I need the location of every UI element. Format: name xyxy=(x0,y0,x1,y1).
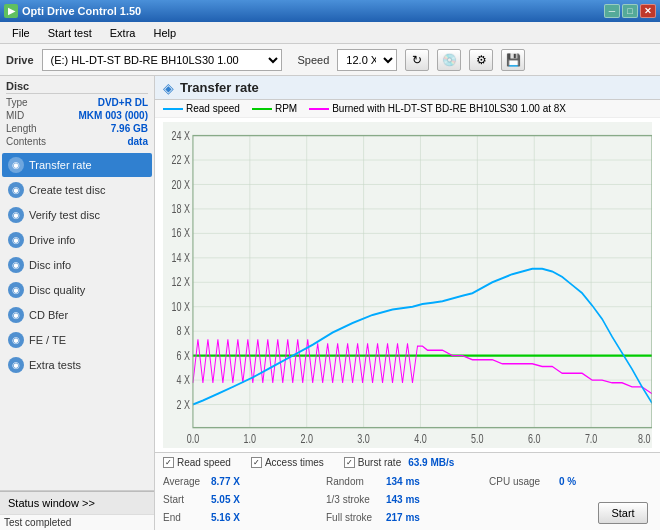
onethird-value: 143 ms xyxy=(386,494,436,505)
svg-text:10 X: 10 X xyxy=(171,299,189,313)
status-window-label: Status window >> xyxy=(8,497,95,509)
nav-extra-tests[interactable]: ◉ Extra tests xyxy=(2,353,152,377)
verify-disc-icon: ◉ xyxy=(8,207,24,223)
menu-help[interactable]: Help xyxy=(145,25,184,41)
stat-cpu: CPU usage 0 % xyxy=(489,472,652,490)
cb-access-times-box[interactable]: ✓ xyxy=(251,457,262,468)
svg-text:3.0: 3.0 xyxy=(357,431,370,445)
stat-end: End 5.16 X xyxy=(163,508,326,526)
disc-mid-row: MID MKM 003 (000) xyxy=(6,109,148,122)
checkboxes-row: ✓ Read speed ✓ Access times ✓ Burst rate… xyxy=(163,457,652,468)
chart-title: Transfer rate xyxy=(180,80,259,95)
random-value: 134 ms xyxy=(386,476,436,487)
stats-col-1: Average 8.77 X Start 5.05 X End 5.16 X xyxy=(163,472,326,526)
disc-type-row: Type DVD+R DL xyxy=(6,96,148,109)
close-button[interactable]: ✕ xyxy=(640,4,656,18)
refresh-button[interactable]: ↻ xyxy=(405,49,429,71)
svg-text:1.0: 1.0 xyxy=(244,431,257,445)
cb-read-speed[interactable]: ✓ Read speed xyxy=(163,457,231,468)
cpu-label: CPU usage xyxy=(489,476,559,487)
nav-cd-bfer[interactable]: ◉ CD Bfer xyxy=(2,303,152,327)
disc-button[interactable]: 💿 xyxy=(437,49,461,71)
cb-burst-rate-box[interactable]: ✓ xyxy=(344,457,355,468)
menu-extra[interactable]: Extra xyxy=(102,25,144,41)
nav-create-test-disc-label: Create test disc xyxy=(29,184,105,196)
svg-text:4.0: 4.0 xyxy=(414,431,427,445)
disc-quality-icon: ◉ xyxy=(8,282,24,298)
legend-rpm-label: RPM xyxy=(275,103,297,114)
svg-text:12 X: 12 X xyxy=(171,275,189,289)
legend-burned-label: Burned with HL-DT-ST BD-RE BH10LS30 1.00… xyxy=(332,103,566,114)
average-value: 8.77 X xyxy=(211,476,256,487)
stat-start: Start 5.05 X xyxy=(163,490,326,508)
drive-label: Drive xyxy=(6,54,34,66)
cb-read-speed-label: Read speed xyxy=(177,457,231,468)
svg-text:6 X: 6 X xyxy=(176,348,189,362)
start-button[interactable]: Start xyxy=(598,502,648,524)
drive-select[interactable]: (E:) HL-DT-ST BD-RE BH10LS30 1.00 xyxy=(42,49,282,71)
legend-rpm: RPM xyxy=(252,103,297,114)
status-text: Test completed xyxy=(0,514,154,530)
status-window-button[interactable]: Status window >> xyxy=(0,491,154,514)
minimize-button[interactable]: ─ xyxy=(604,4,620,18)
drive-info-icon: ◉ xyxy=(8,232,24,248)
disc-length-row: Length 7.96 GB xyxy=(6,122,148,135)
speed-select[interactable]: 12.0 X xyxy=(337,49,397,71)
cb-access-times[interactable]: ✓ Access times xyxy=(251,457,324,468)
main-layout: Disc Type DVD+R DL MID MKM 003 (000) Len… xyxy=(0,76,660,530)
nav-transfer-rate[interactable]: ◉ Transfer rate xyxy=(2,153,152,177)
nav-disc-info[interactable]: ◉ Disc info xyxy=(2,253,152,277)
chart-container: 24 X 22 X 20 X 18 X 16 X 14 X 12 X 10 X … xyxy=(155,118,660,452)
nav-disc-quality[interactable]: ◉ Disc quality xyxy=(2,278,152,302)
nav-disc-quality-label: Disc quality xyxy=(29,284,85,296)
create-disc-icon: ◉ xyxy=(8,182,24,198)
nav-verify-test-disc[interactable]: ◉ Verify test disc xyxy=(2,203,152,227)
disc-contents-value: data xyxy=(127,136,148,147)
nav-items: ◉ Transfer rate ◉ Create test disc ◉ Ver… xyxy=(0,152,154,490)
drive-bar: Drive (E:) HL-DT-ST BD-RE BH10LS30 1.00 … xyxy=(0,44,660,76)
bottom-stats: ✓ Read speed ✓ Access times ✓ Burst rate… xyxy=(155,452,660,530)
disc-mid-label: MID xyxy=(6,110,24,121)
svg-text:18 X: 18 X xyxy=(171,202,189,216)
legend-rpm-color xyxy=(252,108,272,110)
save-button[interactable]: 💾 xyxy=(501,49,525,71)
average-label: Average xyxy=(163,476,211,487)
svg-text:24 X: 24 X xyxy=(171,128,189,142)
start-label: Start xyxy=(163,494,211,505)
cb-burst-rate[interactable]: ✓ Burst rate 63.9 MB/s xyxy=(344,457,455,468)
extra-tests-icon: ◉ xyxy=(8,357,24,373)
disc-contents-label: Contents xyxy=(6,136,46,147)
cb-read-speed-box[interactable]: ✓ xyxy=(163,457,174,468)
cb-access-times-label: Access times xyxy=(265,457,324,468)
menu-start-test[interactable]: Start test xyxy=(40,25,100,41)
transfer-rate-icon: ◉ xyxy=(8,157,24,173)
stats-rows: Average 8.77 X Start 5.05 X End 5.16 X R… xyxy=(163,472,652,526)
menu-file[interactable]: File xyxy=(4,25,38,41)
svg-text:8 X: 8 X xyxy=(176,324,189,338)
nav-verify-test-disc-label: Verify test disc xyxy=(29,209,100,221)
nav-drive-info[interactable]: ◉ Drive info xyxy=(2,228,152,252)
nav-fe-te[interactable]: ◉ FE / TE xyxy=(2,328,152,352)
cd-bfer-icon: ◉ xyxy=(8,307,24,323)
svg-text:2.0: 2.0 xyxy=(300,431,313,445)
end-value: 5.16 X xyxy=(211,512,256,523)
cb-burst-rate-label: Burst rate xyxy=(358,457,401,468)
app-title: Opti Drive Control 1.50 xyxy=(22,5,141,17)
nav-extra-tests-label: Extra tests xyxy=(29,359,81,371)
disc-length-label: Length xyxy=(6,123,37,134)
full-value: 217 ms xyxy=(386,512,436,523)
svg-text:6.0: 6.0 xyxy=(528,431,541,445)
disc-length-value: 7.96 GB xyxy=(111,123,148,134)
maximize-button[interactable]: □ xyxy=(622,4,638,18)
cpu-value: 0 % xyxy=(559,476,589,487)
sidebar-bottom: Status window >> Test completed xyxy=(0,490,154,530)
settings-button[interactable]: ⚙ xyxy=(469,49,493,71)
sidebar: Disc Type DVD+R DL MID MKM 003 (000) Len… xyxy=(0,76,155,530)
random-label: Random xyxy=(326,476,386,487)
disc-type-label: Type xyxy=(6,97,28,108)
title-bar: ▶ Opti Drive Control 1.50 ─ □ ✕ xyxy=(0,0,660,22)
disc-section: Disc Type DVD+R DL MID MKM 003 (000) Len… xyxy=(0,76,154,148)
nav-create-test-disc[interactable]: ◉ Create test disc xyxy=(2,178,152,202)
nav-fe-te-label: FE / TE xyxy=(29,334,66,346)
stat-full: Full stroke 217 ms xyxy=(326,508,489,526)
